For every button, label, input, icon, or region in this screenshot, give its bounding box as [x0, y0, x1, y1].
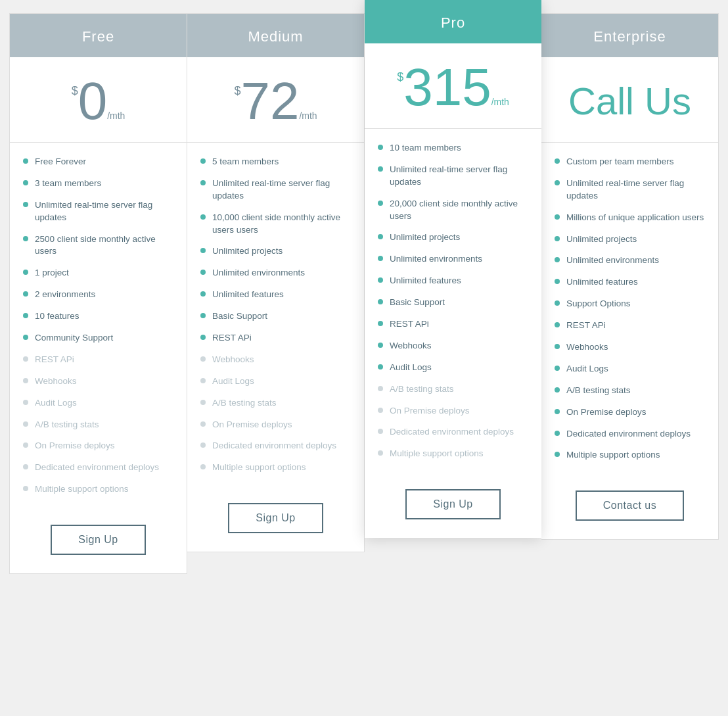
- pro-feature-text-8: Webhooks: [390, 340, 432, 352]
- pro-feature-0: 10 team members: [378, 142, 528, 155]
- pro-cta-button[interactable]: Sign Up: [405, 489, 500, 519]
- pro-feature-10: A/B testing stats: [378, 383, 528, 396]
- pro-feature-text-1: Unlimited real-time server flag updates: [390, 164, 528, 189]
- pro-feature-text-6: Basic Support: [390, 297, 445, 309]
- free-feature-dot-9: [23, 378, 28, 383]
- free-feature-text-12: On Premise deploys: [35, 440, 115, 452]
- pro-feature-8: Webhooks: [378, 340, 528, 352]
- free-feature-0: Free Forever: [23, 156, 173, 168]
- enterprise-feature-11: On Premise deploys: [555, 406, 705, 419]
- pro-feature-11: On Premise deploys: [378, 405, 528, 418]
- free-feature-dot-7: [23, 335, 28, 340]
- enterprise-feature-7: REST APi: [555, 320, 705, 332]
- free-feature-4: 1 project: [23, 267, 173, 279]
- medium-feature-dot-11: [200, 421, 206, 427]
- free-features-list: Free Forever3 team membersUnlimited real…: [10, 143, 187, 512]
- enterprise-feature-3: Unlimited projects: [555, 233, 705, 246]
- enterprise-feature-dot-8: [555, 344, 560, 349]
- free-feature-text-9: Webhooks: [35, 375, 77, 388]
- free-feature-dot-14: [23, 486, 28, 491]
- enterprise-feature-dot-11: [555, 409, 560, 414]
- free-feature-text-4: 1 project: [35, 267, 69, 279]
- free-feature-11: A/B testing stats: [23, 419, 173, 431]
- enterprise-cta-button[interactable]: Contact us: [576, 490, 684, 521]
- enterprise-feature-text-3: Unlimited projects: [566, 233, 637, 246]
- enterprise-feature-text-10: A/B testing stats: [566, 385, 631, 397]
- free-feature-8: REST APi: [23, 354, 173, 366]
- enterprise-feature-12: Dedicated environment deploys: [555, 428, 705, 441]
- medium-feature-text-1: Unlimited real-time server flag updates: [212, 178, 351, 203]
- free-feature-3: 2500 client side monthly active users: [23, 233, 173, 258]
- enterprise-feature-5: Unlimited features: [555, 276, 705, 289]
- medium-currency: $: [234, 84, 240, 98]
- medium-cta-button[interactable]: Sign Up: [228, 503, 323, 533]
- free-price-section: $0/mth: [10, 57, 187, 143]
- free-feature-text-13: Dedicated environment deploys: [35, 462, 159, 474]
- free-feature-dot-12: [23, 442, 28, 448]
- enterprise-feature-dot-9: [555, 366, 560, 371]
- free-title: Free: [16, 28, 180, 45]
- pro-feature-3: Unlimited projects: [378, 231, 528, 244]
- free-feature-5: 2 environments: [23, 289, 173, 301]
- enterprise-feature-13: Multiple support options: [555, 449, 705, 462]
- pro-title: Pro: [371, 14, 535, 32]
- medium-feature-5: Unlimited features: [200, 289, 351, 301]
- medium-feature-text-9: Audit Logs: [212, 375, 254, 388]
- enterprise-feature-text-12: Dedicated environment deploys: [566, 428, 691, 441]
- pro-feature-text-4: Unlimited environments: [390, 253, 482, 266]
- medium-feature-6: Basic Support: [200, 310, 351, 323]
- free-feature-dot-5: [23, 291, 28, 297]
- medium-price-number: 72: [240, 75, 299, 128]
- pro-feature-2: 20,000 client side monthly active users: [378, 198, 528, 223]
- free-feature-dot-1: [23, 180, 28, 185]
- enterprise-feature-6: Support Options: [555, 298, 705, 310]
- free-feature-14: Multiple support options: [23, 483, 173, 496]
- pro-feature-13: Multiple support options: [378, 448, 528, 460]
- pro-feature-dot-0: [378, 145, 383, 150]
- enterprise-feature-text-2: Millions of unique application users: [566, 212, 704, 224]
- pro-header: Pro: [365, 0, 541, 43]
- pro-feature-text-11: On Premise deploys: [390, 405, 470, 418]
- free-feature-dot-10: [23, 400, 28, 405]
- medium-feature-dot-1: [200, 180, 206, 185]
- enterprise-price-section: Call Us: [541, 57, 718, 143]
- free-feature-text-10: Audit Logs: [35, 397, 77, 410]
- enterprise-feature-dot-6: [555, 300, 560, 306]
- pro-price-section: $315/mth: [365, 43, 541, 129]
- free-feature-text-5: 2 environments: [35, 289, 95, 301]
- medium-feature-1: Unlimited real-time server flag updates: [200, 178, 351, 203]
- free-feature-text-3: 2500 client side monthly active users: [35, 233, 173, 258]
- medium-price-section: $72/mth: [187, 57, 364, 143]
- medium-feature-text-2: 10,000 client side monthly active users …: [212, 212, 351, 237]
- pricing-table: Free$0/mthFree Forever3 team membersUnli…: [9, 13, 719, 574]
- enterprise-feature-text-4: Unlimited environments: [566, 254, 659, 267]
- plan-medium: Medium$72/mth5 team membersUnlimited rea…: [187, 13, 365, 552]
- enterprise-feature-text-1: Unlimited real-time server flag updates: [566, 178, 705, 203]
- free-currency: $: [72, 84, 78, 98]
- pro-feature-dot-8: [378, 343, 383, 348]
- pro-feature-9: Audit Logs: [378, 362, 528, 374]
- medium-feature-dot-2: [200, 214, 206, 220]
- medium-feature-text-4: Unlimited environments: [212, 267, 305, 279]
- pro-currency: $: [397, 70, 403, 84]
- medium-feature-text-7: REST APi: [212, 332, 252, 345]
- free-feature-text-6: 10 features: [35, 310, 80, 323]
- pro-feature-dot-11: [378, 408, 383, 413]
- medium-feature-dot-8: [200, 356, 206, 362]
- pro-btn-section: Sign Up: [365, 476, 541, 538]
- pro-feature-text-12: Dedicated environment deploys: [390, 426, 514, 439]
- free-feature-dot-11: [23, 421, 28, 427]
- enterprise-feature-dot-12: [555, 431, 560, 436]
- medium-feature-dot-4: [200, 270, 206, 275]
- pro-feature-text-9: Audit Logs: [390, 362, 432, 374]
- pro-features-list: 10 team membersUnlimited real-time serve…: [365, 129, 541, 476]
- medium-feature-dot-9: [200, 378, 206, 383]
- free-btn-section: Sign Up: [10, 512, 187, 573]
- medium-feature-text-3: Unlimited projects: [212, 245, 283, 258]
- plan-enterprise: EnterpriseCall UsCustom per team members…: [541, 13, 719, 540]
- pro-feature-dot-10: [378, 386, 383, 391]
- free-cta-button[interactable]: Sign Up: [51, 525, 145, 555]
- pro-feature-dot-12: [378, 429, 383, 434]
- enterprise-feature-text-5: Unlimited features: [566, 276, 638, 289]
- plan-free: Free$0/mthFree Forever3 team membersUnli…: [9, 13, 187, 574]
